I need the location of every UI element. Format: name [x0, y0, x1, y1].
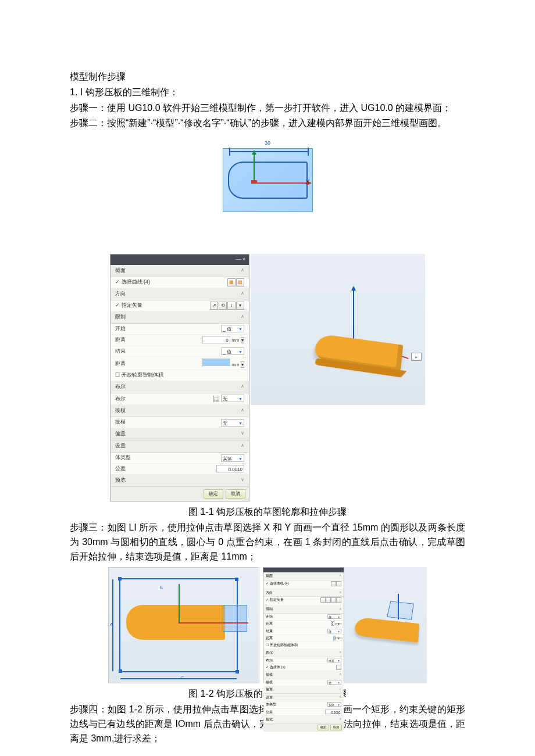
figure-1-sketch: 30 X: [70, 148, 465, 217]
section-header[interactable]: 限制∧: [110, 311, 249, 324]
vector-dropdown-icon[interactable]: [336, 597, 341, 603]
body-icon[interactable]: [336, 665, 341, 670]
axis-arrow-icon: [353, 289, 354, 341]
step-3: 步骤三：如图 LI 所示，使用拉伸点击草图选择 X 和 Y 面画一个直径 15m…: [70, 521, 465, 564]
extrude-panel: 截面∧ ✓ 选择曲线 (4) 方向∧ ✓ 指定矢量 限制∧ 开始值 距离0 mm…: [263, 567, 427, 683]
step-2: 步骤二：按照“新建”·“模型”·“修改名字”·“确认”的步骤，进入建模内部界面开…: [70, 116, 465, 131]
section-header[interactable]: 截面∧: [110, 265, 249, 277]
figure-1-caption: 图 1-1 钩形压板的草图轮廓和拉伸步骤: [70, 505, 465, 519]
start-dropdown[interactable]: ⎯ 值: [221, 325, 244, 332]
distance2-input[interactable]: [202, 359, 230, 366]
distance-input[interactable]: 0: [331, 621, 335, 626]
curve-icon-2[interactable]: ▨: [236, 278, 244, 286]
draft-row: 拔模无: [110, 417, 249, 428]
vector-icon[interactable]: ↕: [227, 302, 236, 310]
open-profile-check[interactable]: ☐ 开放轮廓智能体积: [263, 642, 344, 649]
section-header[interactable]: 布尔∧: [263, 649, 344, 657]
cut-preview: [387, 601, 414, 620]
vector-icon[interactable]: [331, 597, 336, 603]
figure-2: A E C 截面∧ ✓ 选择曲线 (4) 方向∧ ✓ 指定矢量 限制∧ 开始值 …: [70, 567, 465, 683]
extrude-3d-preview: ▸: [251, 254, 425, 405]
cancel-button[interactable]: 取消: [330, 725, 342, 730]
vector-icon[interactable]: ↗: [210, 302, 218, 310]
curve-icon[interactable]: [331, 581, 336, 586]
cancel-button[interactable]: 取消: [226, 489, 245, 499]
section-header[interactable]: 方向∧: [110, 288, 249, 300]
tolerance-row: 公差0.0010: [263, 709, 344, 716]
window-controls-icon[interactable]: — ×: [236, 256, 245, 264]
start-row: 开始值: [263, 614, 344, 621]
sketch-panel: A E C: [108, 567, 259, 683]
select-curve-row[interactable]: ✓ 选择曲线 (4)▦▨: [110, 277, 249, 288]
section-header[interactable]: 布尔∧: [110, 381, 249, 393]
boolean-row: 布尔⬚ 无: [110, 393, 249, 405]
section-header[interactable]: 设置∧: [263, 694, 344, 701]
vector-icon[interactable]: [326, 597, 331, 603]
section-header[interactable]: 偏置∨: [263, 686, 344, 694]
distance-row: 距离0 mm ▾: [110, 335, 249, 346]
figure-1-extrude: — × 截面∧ ✓ 选择曲线 (4)▦▨ 方向∧ ✓ 指定矢量↗⟲↕▾ 限制∧ …: [70, 234, 465, 501]
solid-body: [312, 334, 403, 371]
extrude-dialog: — × 截面∧ ✓ 选择曲线 (4)▦▨ 方向∧ ✓ 指定矢量↗⟲↕▾ 限制∧ …: [110, 254, 249, 501]
vector-row[interactable]: ✓ 指定矢量↗⟲↕▾: [110, 300, 249, 311]
dim-label: A: [110, 621, 113, 628]
ok-button[interactable]: 确定: [318, 725, 329, 730]
vector-icon[interactable]: ⟲: [219, 302, 227, 310]
draft-row: 拔模无: [263, 679, 344, 686]
select-body-row[interactable]: ✓ 选择体 (1): [263, 664, 344, 671]
boolean-row: 布尔求差: [263, 657, 344, 664]
line-1: 1. I 钩形压板的三维制作：: [70, 85, 465, 100]
section-header[interactable]: 限制∧: [263, 606, 344, 614]
section-header[interactable]: 偏置∨: [110, 428, 249, 440]
axis-x-icon: [179, 622, 248, 624]
tolerance-input[interactable]: 0.0010: [216, 465, 244, 472]
bodytype-row: 体类型实体: [263, 701, 344, 708]
end-dropdown[interactable]: 值: [327, 629, 341, 633]
section-header[interactable]: 预览∨: [110, 475, 249, 487]
axis-x-label: X: [306, 178, 310, 187]
bool-icon: ⬚: [213, 396, 219, 402]
dialog-titlebar: [263, 568, 344, 572]
vector-dropdown-icon[interactable]: ▾: [236, 302, 244, 310]
bodytype-row: 体类型实体: [110, 453, 249, 464]
dim-label: C: [181, 675, 184, 682]
curve-icon[interactable]: ▦: [227, 278, 236, 286]
section-header[interactable]: 设置∧: [110, 440, 249, 453]
dialog-titlebar: — ×: [110, 255, 249, 265]
section-header[interactable]: 拔模∧: [110, 405, 249, 417]
ok-button[interactable]: 确定: [204, 489, 223, 499]
distance-input[interactable]: 0: [202, 336, 230, 343]
start-dropdown[interactable]: 值: [327, 614, 341, 619]
distance2-row: 距离 mm ▾: [110, 357, 249, 371]
open-profile-check[interactable]: ☐ 开放轮廓智能体积: [110, 370, 249, 381]
draft-dropdown[interactable]: 无: [327, 680, 341, 685]
bodytype-dropdown[interactable]: 实体: [327, 702, 341, 707]
dim-label: E: [160, 584, 163, 591]
section-header[interactable]: 方向∧: [263, 589, 344, 597]
end-dropdown[interactable]: ⎯ 值: [221, 347, 244, 355]
section-header[interactable]: 预览∨: [263, 716, 344, 723]
curve-icon[interactable]: [336, 581, 341, 586]
tolerance-row: 公差0.0010: [110, 464, 249, 475]
tolerance-input[interactable]: 0.0010: [325, 710, 341, 714]
extrude-3d-preview: [344, 567, 427, 683]
view-toggle-button[interactable]: ▸: [411, 353, 422, 361]
distance-row: 距离0 mm: [263, 621, 344, 628]
boolean-dropdown[interactable]: 求差: [327, 658, 341, 662]
dimension-label: 30: [223, 139, 312, 148]
vector-row[interactable]: ✓ 指定矢量: [263, 597, 344, 605]
end-row: 结束⎯ 值: [110, 346, 249, 357]
extrude-mini-dialog: 截面∧ ✓ 选择曲线 (4) 方向∧ ✓ 指定矢量 限制∧ 开始值 距离0 mm…: [263, 567, 344, 683]
dropdown-icon[interactable]: ▾: [241, 361, 244, 368]
boolean-dropdown[interactable]: 无: [221, 395, 244, 402]
end-row: 结束值: [263, 628, 344, 635]
bodytype-dropdown[interactable]: 实体: [221, 454, 244, 462]
vector-icon[interactable]: [320, 597, 326, 603]
section-header[interactable]: 截面∧: [263, 572, 344, 580]
select-curve-row[interactable]: ✓ 选择曲线 (4): [263, 581, 344, 589]
dialog-footer: 确定 取消: [110, 487, 249, 501]
section-header[interactable]: 拔模∧: [263, 671, 344, 679]
doc-heading: 模型制作步骤: [70, 70, 465, 84]
draft-dropdown[interactable]: 无: [221, 419, 244, 427]
dropdown-icon[interactable]: ▾: [241, 337, 244, 343]
